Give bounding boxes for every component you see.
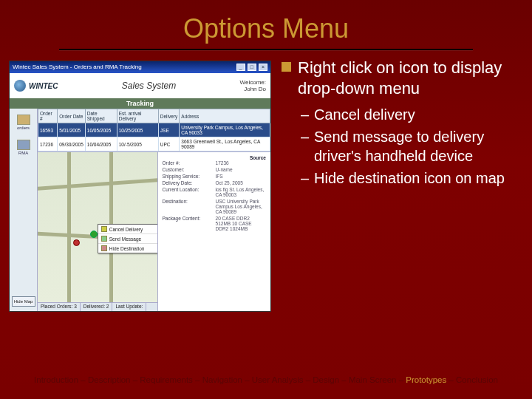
details-source-label: Source — [163, 155, 266, 160]
map-panel: Cancel Delivery Send Message Hide Destin… — [38, 152, 158, 311]
detail-value: los fig St. Los Angeles, CA 90003 — [216, 187, 266, 197]
lower-pane: Cancel Delivery Send Message Hide Destin… — [38, 151, 270, 311]
cell: 10/-5/2005 — [117, 137, 158, 151]
window-title: Wintec Sales System - Orders and RMA Tra… — [13, 61, 142, 73]
minimize-icon[interactable]: _ — [236, 64, 245, 71]
content-row: Wintec Sales System - Orders and RMA Tra… — [0, 56, 532, 312]
folder-icon — [17, 115, 30, 125]
col-delivery[interactable]: Delivery — [158, 109, 179, 123]
breadcrumb-item[interactable]: Description — [88, 375, 131, 384]
cell: 10/05/2005 — [85, 123, 117, 137]
detail-label: Destination: — [163, 199, 216, 214]
context-menu-item-hide[interactable]: Hide Destination — [98, 243, 157, 253]
welcome-user: John Do — [240, 86, 266, 92]
cell: 09/30/2005 — [58, 137, 86, 151]
ctx-label: Send Message — [109, 236, 141, 242]
main-bullet-text: Right click on icon to display drop-down… — [298, 58, 502, 98]
status-delivered: Delivered: 2 — [81, 303, 113, 311]
col-orderdate[interactable]: Order Date — [58, 109, 86, 123]
globe-icon — [14, 80, 26, 92]
breadcrumb-item[interactable]: Navigation — [202, 375, 242, 384]
cell: JSE — [158, 123, 179, 137]
details-panel: Source Order #:17236 Customer:U-name Shi… — [158, 152, 270, 311]
hide-map-button[interactable]: Hide Map — [12, 296, 35, 307]
detail-value: U-name — [216, 167, 266, 172]
road — [67, 152, 71, 302]
orders-table: Order # Order Date Date Shipped Est. arr… — [38, 109, 270, 151]
slide-title: Options Menu — [0, 0, 532, 49]
map-canvas[interactable]: Cancel Delivery Send Message Hide Destin… — [38, 152, 157, 302]
detail-value: 20 CASE DDR2 512MB 10 CASE DDR2 1024MB — [216, 216, 266, 231]
sub-bullet: Cancel delivery — [304, 105, 523, 124]
message-icon — [101, 236, 107, 242]
breadcrumb-item[interactable]: Prototypes — [406, 375, 446, 384]
cell: 10/25/2005 — [117, 123, 158, 137]
app-header: WINTEC Sales System Welcome: John Do — [10, 73, 270, 98]
cell: UPC — [158, 137, 179, 151]
ctx-label: Hide Destination — [109, 246, 145, 251]
detail-label: Delivery Date: — [163, 180, 216, 185]
brand-text: WINTEC — [29, 82, 58, 90]
context-menu-item-message[interactable]: Send Message — [98, 233, 157, 243]
close-icon[interactable]: × — [259, 64, 267, 71]
detail-value: Oct 25, 2005 — [216, 180, 266, 185]
detail-label: Customer: — [163, 167, 216, 172]
breadcrumb-item[interactable]: Requirements — [140, 375, 193, 384]
ctx-label: Cancel Delivery — [109, 227, 143, 232]
context-menu-item-cancel[interactable]: Cancel Delivery — [98, 225, 157, 233]
map-statusbar: Placed Orders: 3 Delivered: 2 Last Updat… — [38, 302, 157, 311]
detail-label: Current Location: — [163, 187, 216, 197]
cell: 17236 — [38, 137, 58, 151]
window-buttons: _ □ × — [236, 61, 267, 73]
window-titlebar: Wintec Sales System - Orders and RMA Tra… — [10, 61, 270, 73]
main-bullet: Right click on icon to display drop-down… — [282, 58, 523, 99]
breadcrumb-item[interactable]: User Analysis — [252, 375, 304, 384]
col-est[interactable]: Est. arrival Delivery — [117, 109, 158, 123]
sidebar-item-orders[interactable]: orders — [13, 112, 34, 132]
cell: 3663 Greenwell St., Los Angeles, CA 9008… — [180, 137, 270, 151]
cell: 10/04/2005 — [85, 137, 117, 151]
detail-label: Order #: — [163, 160, 216, 166]
cell: 5/01/2005 — [58, 123, 86, 137]
status-placed: Placed Orders: 3 — [38, 303, 81, 311]
breadcrumb: Introduction – Description – Requirement… — [0, 375, 532, 384]
detail-value: 17236 — [216, 160, 266, 166]
sidebar-item-rma[interactable]: RMA — [13, 137, 34, 157]
welcome-block: Welcome: John Do — [240, 79, 266, 92]
title-underline — [59, 49, 473, 50]
status-last: Last Update: — [112, 303, 146, 311]
detail-value: IFS — [216, 174, 266, 179]
bell-icon — [101, 226, 107, 232]
section-bar: Tracking — [10, 98, 270, 109]
welcome-label: Welcome: — [240, 79, 266, 86]
road — [38, 178, 157, 190]
brand-logo: WINTEC — [14, 80, 58, 92]
col-order[interactable]: Order # — [38, 109, 58, 123]
breadcrumb-item[interactable]: Conclusion — [456, 375, 498, 384]
sidebar: orders RMA Hide Map — [10, 109, 38, 311]
folder-icon — [17, 140, 30, 150]
detail-label: Package Content: — [163, 216, 216, 231]
cell: 16593 — [38, 123, 58, 137]
header-title: Sales System — [122, 81, 176, 91]
col-address[interactable]: Address — [180, 109, 270, 123]
window-body: orders RMA Hide Map Order # Order Date D… — [10, 109, 270, 311]
col-shipped[interactable]: Date Shipped — [85, 109, 117, 123]
breadcrumb-item[interactable]: Introduction — [34, 375, 78, 384]
sidebar-label-orders: orders — [17, 126, 30, 130]
table-row[interactable]: 16593 5/01/2005 10/05/2005 10/25/2005 JS… — [38, 123, 270, 137]
screenshot-column: Wintec Sales System - Orders and RMA Tra… — [9, 56, 271, 312]
main-area: Order # Order Date Date Shipped Est. arr… — [38, 109, 270, 311]
text-column: Right click on icon to display drop-down… — [271, 56, 523, 312]
bullet-square-icon — [282, 62, 291, 72]
table-row[interactable]: 17236 09/30/2005 10/04/2005 10/-5/2005 U… — [38, 137, 270, 151]
sidebar-label-rma: RMA — [18, 151, 28, 155]
cell: University Park Campus, Los Angeles, CA … — [180, 123, 270, 137]
maximize-icon[interactable]: □ — [248, 64, 256, 71]
breadcrumb-item[interactable]: Main Screen — [349, 375, 397, 384]
breadcrumb-item[interactable]: Design — [313, 375, 339, 384]
sub-bullet-list: Cancel delivery Send message to delivery… — [282, 105, 523, 188]
destination-pin-icon[interactable] — [90, 231, 98, 238]
origin-pin-icon[interactable] — [73, 239, 80, 246]
app-window: Wintec Sales System - Orders and RMA Tra… — [9, 61, 271, 312]
